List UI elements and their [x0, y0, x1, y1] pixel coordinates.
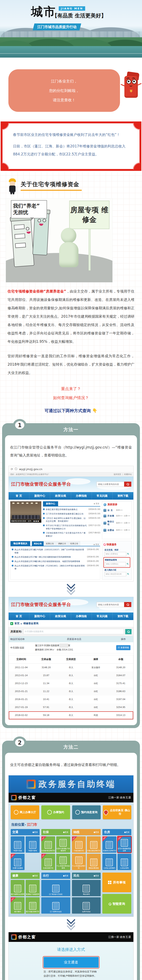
- site-search-input[interactable]: [96, 602, 124, 607]
- quick-search-icon[interactable]: 🔍︎: [126, 563, 129, 565]
- site-search-button[interactable]: [124, 602, 131, 607]
- terminal-quick-button[interactable]: 预约信息查询: [72, 805, 101, 819]
- register-link[interactable]: 注册>>: [124, 522, 130, 524]
- nav-item[interactable]: 办事指南: [71, 492, 92, 500]
- nav-item[interactable]: 资料下载: [113, 612, 133, 620]
- service-tile[interactable]: HOTNEW社保参保证明打印: [41, 836, 55, 853]
- news-item-title[interactable]: 小区物业服务不到位？业主委员会不作为？重拳整治!: [46, 531, 88, 538]
- nav-item[interactable]: 政策法规: [50, 612, 71, 620]
- vote-item[interactable]: 凤山水岸花园碧云轩27幢一梯公共区域楼面地砖空鼓电梯需维修 [2018-01-2…: [12, 555, 99, 559]
- service-tile[interactable]: HOTNEW医疗缴费历史查询: [11, 880, 24, 896]
- service-tile[interactable]: HOTNEW个人所得税证明打印: [72, 854, 86, 870]
- service-tile[interactable]: 信用卡还款: [72, 897, 101, 914]
- terminal-quick-button[interactable]: 网上办事大厅: [11, 805, 39, 819]
- vote-main-tab[interactable]: 物业事项表决: [11, 541, 30, 546]
- terminal-quick-button[interactable]: 点击切换至 佛山市: [103, 805, 131, 819]
- reload-icon[interactable]: ⟳: [11, 468, 13, 471]
- nav-item[interactable]: 新闻中心: [29, 612, 50, 620]
- nav-item[interactable]: 资料下载: [113, 492, 133, 500]
- nav-item[interactable]: 常见问题: [92, 612, 113, 620]
- service-tile[interactable]: HOTNEW国税发票查验: [87, 854, 101, 870]
- category-more-link[interactable]: ●更多: [63, 875, 69, 877]
- register-link[interactable]: 注册>>: [124, 515, 130, 517]
- service-tile[interactable]: HOTNEW医疗预约: [11, 897, 24, 914]
- nav-item[interactable]: 常见问题: [92, 492, 113, 500]
- service-tile[interactable]: HOTNEW公积金查询: [118, 854, 131, 870]
- nav-item[interactable]: 政策法规: [50, 492, 71, 500]
- service-tile[interactable]: HOTNEW公积金业务预约: [102, 854, 116, 870]
- terminal-quick-button[interactable]: 办事预约: [41, 805, 70, 819]
- service-tile[interactable]: 网点查询: [72, 880, 101, 896]
- news-tab[interactable]: 新闻中心: [43, 501, 58, 506]
- owner-channel-button[interactable]: 业主通道: [44, 957, 99, 968]
- quick-group-input[interactable]: 请输入物业区域名称: [104, 572, 126, 576]
- vote-subtab[interactable]: 调解公示: [56, 541, 68, 546]
- vote-subtab[interactable]: 表决公告: [32, 541, 44, 546]
- category-more-link[interactable]: ●更多: [32, 831, 38, 834]
- news-item-title[interactable]: 关于2017年度江门市市区住宅专项维修资金代管客户资金增值的公示: [46, 524, 88, 530]
- category-more-link[interactable]: ●更多: [94, 875, 99, 877]
- nav-item[interactable]: 办事指南: [71, 612, 92, 620]
- login-link[interactable]: 登录>>: [116, 522, 123, 524]
- service-tile[interactable]: HOTNEW粤通卡查询: [26, 836, 40, 853]
- category-more-link[interactable]: ●更多: [32, 875, 38, 877]
- quick-search-icon[interactable]: 🔍︎: [127, 553, 129, 555]
- vote-item-title[interactable]: 凤山水岸花园碧云轩29幢2号电梯（Y12081861）2梯永日外呼显示板损坏需维…: [14, 564, 86, 570]
- service-tile[interactable]: HOTNEW个税完税证明打印: [87, 836, 101, 853]
- smart-query-button[interactable]: 智能查询: [102, 894, 131, 914]
- category-more-link[interactable]: ●更多: [63, 831, 69, 834]
- nav-item[interactable]: 首 页: [9, 612, 29, 620]
- service-tile[interactable]: 江门港班次信息: [41, 897, 70, 914]
- all-items-button[interactable]: 所有事项: [102, 873, 131, 892]
- house-query-input[interactable]: 中天国际花园盈翠苑: [23, 629, 124, 634]
- news-item-title[interactable]: 【关注】物业管理公众服务平台通过验收，以后交存交费、查询更便利!: [46, 517, 88, 523]
- service-tile[interactable]: HOTNEW社保清单打印: [41, 854, 55, 870]
- news-item[interactable]: 关于2017年度江门市市区住宅专项维修资金代管客户资金增值的公示 [2017-1…: [43, 523, 100, 531]
- vote-subtab[interactable]: 延期公告: [44, 541, 56, 546]
- browser-url-bar[interactable]: ⟳ ⓘ wygl.jmzjj.gov.cn: [9, 466, 133, 473]
- nav-item[interactable]: 新闻中心: [29, 492, 50, 500]
- site-search-input[interactable]: [96, 482, 124, 487]
- service-tile[interactable]: HOTNEW住宅专项维修资金业务: [118, 836, 131, 853]
- service-tile[interactable]: HOTNEW交通罚款缴纳: [11, 854, 24, 870]
- service-tile[interactable]: HOTNEW个税清单打印: [72, 836, 86, 853]
- news-item[interactable]: 江门市住宅专项维修资金服务窗口搬迁公告 [2018-01-10]: [43, 512, 100, 516]
- service-tile[interactable]: HOTNEW医疗划拨清单打印: [26, 897, 40, 914]
- vote-item-title[interactable]: 凤山水岸花园碧云轩29幢1梯公共区域墙面裂缝脱落、地面空鼓电梯需维修: [14, 560, 86, 563]
- news-item[interactable]: 侨都之窗开通交存维修资金的服务点 [2018-01-16]: [43, 508, 100, 512]
- news-item[interactable]: 小区物业服务不到位？业主委员会不作为？重拳整治! [2017-08-02]: [43, 531, 100, 538]
- news-photo[interactable]: 维修资金管理出新政，这些… ● ● ●: [10, 501, 41, 523]
- vote-more-link[interactable]: ▪ 更多: [94, 543, 100, 546]
- vote-item-title[interactable]: 凤山水岸花园碧云轩1幢1号电梯（10010133037）2梯广日外呼显示板损坏需…: [14, 548, 86, 554]
- house-query-search-button[interactable]: [125, 629, 131, 634]
- category-more-link[interactable]: ●更多: [124, 831, 129, 834]
- quick-search-icon[interactable]: 🔍︎: [127, 573, 129, 576]
- vote-item[interactable]: 凤山水岸花园碧云轩29幢1梯公共区域墙面裂缝脱落、地面空鼓电梯需维修 [2018…: [12, 559, 99, 564]
- service-tile[interactable]: HOTNEW医保账户余额查询: [26, 880, 40, 896]
- service-tile[interactable]: HOTNEW房屋登记证明打印: [102, 836, 116, 853]
- login-link[interactable]: 登录>>: [116, 515, 123, 517]
- site-search-button[interactable]: [124, 482, 131, 487]
- login-link[interactable]: 登录>>: [116, 529, 123, 531]
- service-tile[interactable]: HOTNEW粤通卡充值: [11, 836, 24, 853]
- register-link[interactable]: 注册>>: [124, 529, 130, 531]
- news-item-title[interactable]: 江门市住宅专项维修资金服务窗口搬迁公告: [46, 512, 88, 515]
- vote-item[interactable]: 凤山水岸花园碧云轩1幢1号电梯（10010133037）2梯广日外呼显示板损坏需…: [12, 547, 99, 555]
- news-item[interactable]: 【关注】物业管理公众服务平台通过验收，以后交存交费、查询更便利! [2018-0…: [43, 516, 100, 523]
- quick-group-input[interactable]: 请输入房屋地址: [104, 552, 126, 556]
- quick-group-input[interactable]: 请输入房屋地址: [105, 562, 126, 566]
- nav-item[interactable]: 首 页: [9, 492, 29, 500]
- url-text[interactable]: wygl.jmzjj.gov.cn: [19, 468, 42, 471]
- news-item-title[interactable]: 侨都之窗开通交存维修资金的服务点: [46, 508, 88, 511]
- vote-item-title[interactable]: 凤山水岸花园碧云轩27幢一梯公共区域楼面地砖空鼓电梯需维修: [14, 555, 86, 559]
- view-detail-button[interactable]: ▤ 查看明细: [116, 645, 131, 650]
- service-tile[interactable]: HOTNEW个人养老年审历史查询: [56, 854, 70, 870]
- service-tile[interactable]: 江门机场大巴信息: [41, 880, 70, 896]
- vote-subtab[interactable]: 结果公告: [69, 541, 80, 546]
- category-more-link[interactable]: ●更多: [94, 831, 99, 834]
- vote-item[interactable]: 凤山水岸花园碧云轩29幢2号电梯（Y12081861）2梯永日外呼显示板损坏需维…: [12, 564, 99, 571]
- news-more-link[interactable]: ▪ 更多: [94, 502, 100, 505]
- login-link[interactable]: 登录>>: [116, 509, 123, 512]
- breadcrumb-home[interactable]: 首页: [14, 622, 19, 625]
- service-tile[interactable]: HOTNEW社保卡查询账户余额查询: [56, 836, 70, 853]
